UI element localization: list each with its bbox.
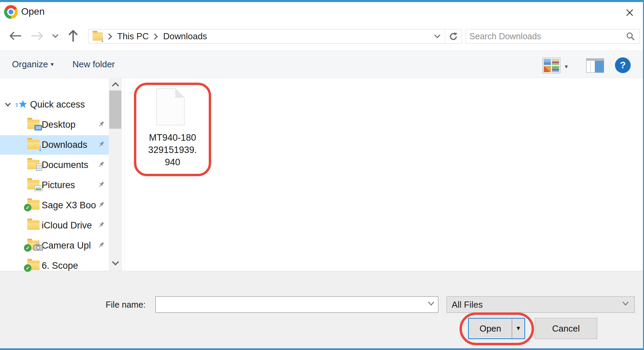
refresh-button[interactable]	[445, 32, 462, 41]
sidebar-item-documents[interactable]: Documents	[0, 155, 109, 175]
folder-icon	[27, 220, 40, 230]
chevron-down-icon	[111, 261, 120, 266]
open-file-dialog: Open	[0, 0, 644, 350]
folder-icon	[27, 160, 40, 169]
pin-icon	[96, 241, 105, 251]
thumbnail-tile	[544, 59, 551, 65]
command-toolbar: Organize ▾ New folder ▾ ?	[0, 51, 643, 78]
expander-chevron-icon[interactable]	[3, 100, 12, 110]
picture-badge-icon	[35, 185, 42, 191]
monitor-badge-icon	[35, 125, 42, 130]
new-folder-label: New folder	[72, 59, 115, 70]
pin-icon	[96, 160, 105, 171]
file-name-label: File name:	[96, 300, 146, 310]
document-badge-icon	[36, 164, 42, 171]
breadcrumb-chevron-icon	[153, 33, 158, 40]
folder-icon: ✓	[27, 261, 40, 270]
sidebar-item-sage-x3[interactable]: ✓ Sage X3 Boo	[0, 196, 109, 215]
sidebar-item-icloud-drive[interactable]: iCloud Drive	[0, 216, 109, 235]
thumbnail-tile	[552, 59, 559, 65]
thumbnail-tile	[544, 66, 551, 72]
file-name-dropdown-button[interactable]	[427, 301, 435, 308]
sidebar-item-label: Documents	[42, 160, 88, 170]
file-type-value: All Files	[447, 299, 483, 310]
sidebar-item-label: Desktop	[42, 120, 76, 130]
organize-menu[interactable]: Organize ▾	[12, 51, 54, 78]
pin-icon	[96, 221, 105, 231]
sidebar-item-camera-uploads[interactable]: ✓ Camera Upl	[0, 236, 109, 255]
window-border-bottom	[0, 348, 644, 350]
preview-pane-button[interactable]	[586, 58, 604, 73]
sidebar-item-label: Camera Upl	[42, 240, 91, 251]
annotation-circle-file	[134, 83, 211, 176]
breadcrumb-downloads[interactable]: Downloads	[160, 31, 210, 42]
question-mark-icon: ?	[620, 60, 626, 71]
sidebar-item-label: Downloads	[42, 140, 87, 150]
sidebar-item-label: Sage X3 Boo	[42, 200, 96, 211]
pane-divider	[590, 61, 591, 72]
chrome-icon	[4, 5, 18, 19]
title-bar[interactable]: Open	[0, 2, 643, 21]
folder-icon	[27, 120, 40, 129]
sidebar-item-desktop[interactable]: Desktop	[0, 115, 109, 135]
chevron-up-icon	[111, 82, 120, 87]
folder-icon: ✓	[27, 240, 40, 250]
up-button[interactable]	[66, 21, 81, 51]
new-folder-button[interactable]: New folder	[72, 51, 115, 78]
close-icon	[625, 8, 634, 17]
sidebar-item-label: Quick access	[30, 99, 85, 110]
sidebar-item-label: iCloud Drive	[42, 220, 92, 231]
search-box	[466, 29, 640, 44]
sync-check-icon: ✓	[24, 244, 31, 252]
chevron-down-icon	[427, 301, 435, 306]
file-name-input[interactable]	[156, 297, 426, 312]
view-options-dropdown[interactable]: ▾	[565, 63, 568, 70]
scroll-down-button[interactable]	[109, 257, 122, 269]
scroll-up-button[interactable]	[109, 78, 122, 90]
sidebar-item-pictures[interactable]: Pictures	[0, 176, 109, 195]
annotation-circle-open	[460, 312, 534, 345]
organize-label: Organize	[12, 59, 48, 70]
chevron-down-icon: ▾	[51, 61, 54, 68]
folder-icon: ↓	[27, 140, 40, 149]
change-view-button[interactable]	[543, 58, 560, 73]
forward-icon	[30, 31, 44, 41]
sidebar-item-label: Pictures	[42, 180, 75, 191]
address-dropdown-button[interactable]	[430, 34, 445, 39]
chevron-down-icon	[621, 301, 630, 308]
forward-button[interactable]	[29, 21, 44, 51]
download-arrow-icon: ↓	[38, 143, 42, 153]
breadcrumb-this-pc[interactable]: This PC	[114, 31, 151, 42]
search-icon[interactable]	[625, 31, 635, 42]
refresh-icon	[449, 32, 458, 41]
search-input[interactable]	[466, 31, 625, 41]
address-bar[interactable]: ↓ This PC Downloads	[88, 29, 462, 44]
back-icon	[9, 31, 23, 41]
close-button[interactable]	[619, 5, 640, 20]
help-button[interactable]: ?	[615, 57, 631, 73]
sidebar-scrollbar[interactable]	[109, 78, 122, 271]
downloads-folder-icon: ↓	[93, 32, 103, 41]
download-arrow-icon: ↓	[100, 35, 104, 44]
sidebar-item-label: 6. Scope	[42, 261, 78, 271]
cancel-button[interactable]: Cancel	[535, 318, 597, 339]
navigation-bar: ↓ This PC Downloads	[0, 21, 643, 51]
address-bar-controls	[430, 29, 462, 43]
sidebar-item-quick-access[interactable]: Quick access	[0, 95, 109, 114]
back-button[interactable]	[8, 21, 23, 51]
pin-icon	[96, 201, 105, 211]
scrollbar-thumb[interactable]	[109, 90, 121, 129]
quick-access-star-icon	[16, 99, 27, 111]
up-icon	[68, 29, 78, 42]
sync-check-icon: ✓	[24, 264, 31, 272]
thumbnail-tile	[552, 66, 559, 72]
recent-locations-button[interactable]	[49, 21, 61, 51]
file-name-field	[155, 296, 438, 313]
file-type-select[interactable]: All Files	[447, 296, 635, 313]
sidebar-item-downloads[interactable]: ↓ Downloads	[0, 135, 109, 155]
window-title: Open	[21, 6, 45, 17]
chevron-down-icon	[51, 33, 59, 39]
dialog-body: Quick access Desktop ↓ Downloads	[0, 78, 643, 271]
folder-icon: ✓	[27, 200, 40, 210]
cancel-button-label: Cancel	[552, 323, 580, 334]
